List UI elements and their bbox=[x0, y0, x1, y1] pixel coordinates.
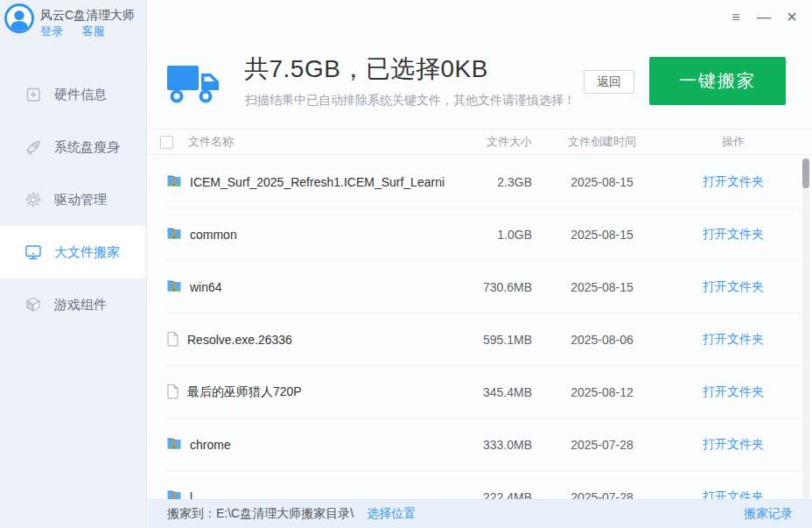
sidebar-item-hardware-info[interactable]: 硬件信息 bbox=[0, 68, 146, 121]
file-name: 最后的巫师猎人720P bbox=[187, 384, 302, 400]
sidebar-item-big-file-move[interactable]: 大文件搬家 bbox=[0, 226, 146, 278]
sidebar-item-label: 硬件信息 bbox=[54, 87, 107, 103]
column-action: 操作 bbox=[672, 134, 794, 150]
file-name: win64 bbox=[190, 280, 222, 294]
zip-folder-icon bbox=[166, 226, 182, 243]
account-section: 风云C盘清理大师 登录 客服 bbox=[0, 0, 146, 54]
select-all-checkbox[interactable] bbox=[160, 136, 173, 149]
choose-location-link[interactable]: 选择位置 bbox=[367, 506, 416, 522]
open-folder-link[interactable]: 打开文件夹 bbox=[672, 437, 794, 453]
table-row: common 1.0GB 2025-08-15 打开文件夹 bbox=[148, 208, 812, 261]
open-folder-link[interactable]: 打开文件夹 bbox=[672, 332, 794, 348]
menu-icon[interactable]: ≡ bbox=[726, 8, 746, 27]
sidebar-item-label: 游戏组件 bbox=[54, 297, 107, 313]
sidebar-item-driver-manage[interactable]: 驱动管理 bbox=[0, 173, 146, 226]
file-size: 345.4MB bbox=[444, 385, 532, 399]
destination-label: 搬家到： bbox=[167, 506, 216, 522]
main-panel: 共7.5GB，已选择0KB 扫描结果中已自动排除系统关键文件，其他文件请谨慎选择… bbox=[148, 0, 812, 528]
sidebar-item-system-slim[interactable]: 系统盘瘦身 bbox=[0, 121, 146, 173]
file-created-date: 2025-07-28 bbox=[532, 438, 672, 452]
back-button[interactable]: 返回 bbox=[584, 70, 634, 94]
scan-summary-title: 共7.5GB，已选择0KB bbox=[244, 53, 488, 86]
zip-folder-icon bbox=[166, 278, 182, 296]
file-created-date: 2025-08-06 bbox=[532, 333, 672, 347]
file-size: 730.6MB bbox=[444, 280, 532, 294]
file-icon bbox=[166, 384, 179, 402]
file-name: ICEM_Surf_2025_Refresh1.ICEM_Surf_Learni… bbox=[190, 175, 444, 189]
column-name: 文件名称 bbox=[188, 134, 234, 150]
file-name: common bbox=[190, 228, 237, 242]
table-row: ICEM_Surf_2025_Refresh1.ICEM_Surf_Learni… bbox=[148, 156, 812, 208]
cube-icon bbox=[23, 295, 44, 314]
sidebar: 风云C盘清理大师 登录 客服 硬件信息 bbox=[0, 0, 147, 528]
file-icon bbox=[166, 331, 179, 349]
file-size: 333.0MB bbox=[444, 438, 532, 452]
sidebar-item-label: 大文件搬家 bbox=[54, 244, 120, 261]
file-list: ICEM_Surf_2025_Refresh1.ICEM_Surf_Learni… bbox=[148, 156, 812, 528]
window-controls: ≡ — ✕ bbox=[726, 8, 802, 27]
sidebar-item-label: 系统盘瘦身 bbox=[54, 139, 120, 156]
gear-icon bbox=[23, 190, 44, 209]
sidebar-item-label: 驱动管理 bbox=[54, 192, 107, 208]
file-created-date: 2025-08-15 bbox=[532, 228, 672, 242]
file-table-header: 文件名称 文件大小 文件创建时间 操作 bbox=[148, 129, 812, 155]
table-row: win64 730.6MB 2025-08-15 打开文件夹 bbox=[148, 261, 812, 313]
minimize-icon[interactable]: — bbox=[754, 8, 774, 27]
file-created-date: 2025-08-15 bbox=[532, 175, 672, 189]
zip-folder-icon bbox=[166, 173, 182, 191]
monitor-icon bbox=[23, 243, 44, 262]
file-name: chrome bbox=[190, 438, 231, 452]
support-link[interactable]: 客服 bbox=[82, 25, 105, 38]
file-name: Resolve.exe.26336 bbox=[187, 333, 292, 347]
file-size: 2.3GB bbox=[444, 175, 532, 189]
login-link[interactable]: 登录 bbox=[40, 25, 63, 38]
one-click-move-button[interactable]: 一键搬家 bbox=[649, 57, 786, 105]
scrollbar-track[interactable] bbox=[802, 157, 809, 498]
truck-icon bbox=[166, 58, 220, 112]
scan-summary-subtitle: 扫描结果中已自动排除系统关键文件，其他文件请谨慎选择！ bbox=[245, 93, 576, 109]
user-avatar-icon[interactable] bbox=[4, 3, 35, 34]
column-size: 文件大小 bbox=[444, 134, 532, 150]
table-row: chrome 333.0MB 2025-07-28 打开文件夹 bbox=[148, 419, 812, 471]
rocket-icon bbox=[23, 137, 44, 157]
zip-folder-icon bbox=[166, 436, 182, 454]
chip-icon bbox=[23, 85, 44, 104]
sidebar-item-game-components[interactable]: 游戏组件 bbox=[0, 278, 146, 331]
open-folder-link[interactable]: 打开文件夹 bbox=[672, 384, 794, 400]
table-row: 最后的巫师猎人720P 345.4MB 2025-08-12 打开文件夹 bbox=[148, 366, 812, 419]
footer-bar: 搬家到： E:\C盘清理大师搬家目录\ 选择位置 搬家记录 bbox=[148, 499, 812, 528]
column-created: 文件创建时间 bbox=[532, 134, 672, 150]
file-created-date: 2025-08-15 bbox=[532, 280, 672, 294]
file-size: 595.1MB bbox=[444, 333, 532, 347]
close-icon[interactable]: ✕ bbox=[782, 8, 802, 27]
file-size: 1.0GB bbox=[444, 228, 532, 242]
open-folder-link[interactable]: 打开文件夹 bbox=[672, 227, 794, 243]
app-window: ≡ — ✕ 风云C盘清理大师 登录 客服 bbox=[0, 0, 812, 528]
open-folder-link[interactable]: 打开文件夹 bbox=[672, 174, 794, 190]
scrollbar-thumb[interactable] bbox=[802, 158, 809, 188]
sidebar-nav: 硬件信息 系统盘瘦身 bbox=[0, 68, 146, 331]
app-title: 风云C盘清理大师 bbox=[40, 8, 135, 24]
open-folder-link[interactable]: 打开文件夹 bbox=[672, 279, 794, 295]
destination-path: E:\C盘清理大师搬家目录\ bbox=[216, 506, 354, 522]
table-row: Resolve.exe.26336 595.1MB 2025-08-06 打开文… bbox=[148, 313, 812, 366]
move-history-link[interactable]: 搬家记录 bbox=[744, 506, 793, 522]
file-created-date: 2025-08-12 bbox=[532, 385, 672, 399]
